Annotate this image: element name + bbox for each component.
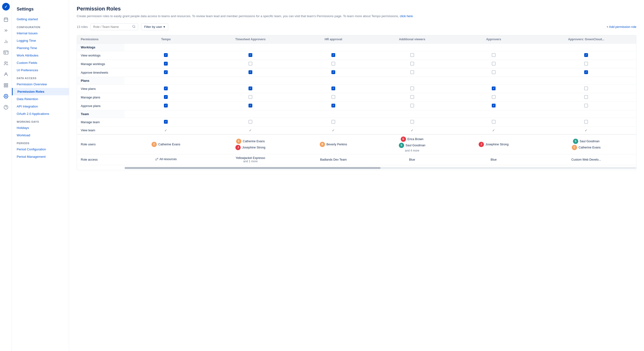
nav-calendar-icon[interactable] xyxy=(0,15,12,24)
cell-hr-approve-timesheets[interactable] xyxy=(294,68,373,77)
cell-hr-view-team[interactable]: ✓ xyxy=(294,126,373,134)
search-box[interactable] xyxy=(90,23,138,30)
cell-ap-manage-worklogs[interactable] xyxy=(451,60,536,68)
sidebar-item-custom-fields[interactable]: Custom Fields xyxy=(12,59,69,66)
perm-manage-plans: Manage plans xyxy=(77,93,124,102)
perm-approve-timesheets: Approve timesheets xyxy=(77,68,124,77)
more-users-link[interactable]: and 4 more xyxy=(405,149,419,152)
cell-tempo-view-worklogs[interactable] xyxy=(124,51,207,60)
cell-ta-manage-team[interactable] xyxy=(207,118,294,126)
perm-approve-plans: Approve plans xyxy=(77,102,124,110)
sidebar-item-permission-overview[interactable]: Permission Overview xyxy=(12,80,69,88)
cell-hr-manage-worklogs[interactable] xyxy=(294,60,373,68)
cell-ap-approve-plans[interactable] xyxy=(451,102,536,110)
avatar: C xyxy=(152,142,157,147)
cell-tempo-view-plans[interactable] xyxy=(124,84,207,93)
cell-ta-view-team[interactable]: ✓ xyxy=(207,126,294,134)
sidebar-item-workload[interactable]: Workload xyxy=(12,132,69,139)
cell-tempo-manage-plans[interactable] xyxy=(124,93,207,102)
cell-ap-manage-team[interactable] xyxy=(451,118,536,126)
svg-line-20 xyxy=(134,27,135,28)
sidebar-item-period-management[interactable]: Period Management xyxy=(12,153,69,160)
row-approve-plans: Approve plans xyxy=(77,102,636,110)
search-input[interactable] xyxy=(93,25,131,28)
horizontal-scrollbar[interactable] xyxy=(77,165,636,170)
sidebar-item-getting-started[interactable]: Getting started xyxy=(12,16,69,23)
nav-grid-icon[interactable] xyxy=(0,81,12,90)
cell-gc-view-worklogs[interactable] xyxy=(536,51,636,60)
cell-av-approve-timesheets[interactable] xyxy=(373,68,451,77)
cell-ap-view-plans[interactable] xyxy=(451,84,536,93)
more-access-link[interactable]: and 1 more xyxy=(211,160,290,163)
cell-ap-view-worklogs[interactable] xyxy=(451,51,536,60)
sidebar-item-api-integration[interactable]: API Integration xyxy=(12,103,69,110)
cell-gc-manage-plans[interactable] xyxy=(536,93,636,102)
cell-tempo-approve-timesheets[interactable] xyxy=(124,68,207,77)
cell-av-users: E Erica Brown S Saul Goodman and 4 more xyxy=(373,134,451,154)
cell-av-manage-team[interactable] xyxy=(373,118,451,126)
section-plans: Plans xyxy=(77,77,636,84)
cell-hr-manage-plans[interactable] xyxy=(294,93,373,102)
cell-av-approve-plans[interactable] xyxy=(373,102,451,110)
cell-av-view-worklogs[interactable] xyxy=(373,51,451,60)
user-name: Catherine Evans xyxy=(158,143,180,146)
click-here-link[interactable]: click here xyxy=(400,14,413,18)
nav-bar-chart-icon[interactable] xyxy=(0,48,12,57)
cell-ap-approve-timesheets[interactable] xyxy=(451,68,536,77)
nav-gear-icon[interactable] xyxy=(0,92,12,100)
cell-gc-manage-worklogs[interactable] xyxy=(536,60,636,68)
nav-person-icon[interactable] xyxy=(0,70,12,79)
cell-ta-manage-worklogs[interactable] xyxy=(207,60,294,68)
sidebar-item-oauth[interactable]: OAuth 2.0 Applications xyxy=(12,110,69,118)
cell-ap-manage-plans[interactable] xyxy=(451,93,536,102)
filter-by-user-button[interactable]: Filter by user ▾ xyxy=(141,23,168,30)
sidebar-item-planning-time[interactable]: Planning Time xyxy=(12,44,69,52)
nav-arrow-icon[interactable] xyxy=(0,26,12,35)
cell-gc-view-plans[interactable] xyxy=(536,84,636,93)
sidebar-item-period-config[interactable]: Period Configuration xyxy=(12,146,69,153)
cell-tempo-manage-worklogs[interactable] xyxy=(124,60,207,68)
cell-gc-view-team[interactable]: ✓ xyxy=(536,126,636,134)
cell-hr-view-worklogs[interactable] xyxy=(294,51,373,60)
cell-gc-approve-timesheets[interactable] xyxy=(536,68,636,77)
nav-help-icon[interactable] xyxy=(0,103,12,112)
settings-title: Settings xyxy=(12,4,69,16)
access-key-icon: All resources xyxy=(155,158,176,161)
app-logo[interactable]: ✓ xyxy=(2,3,10,10)
nav-chart-icon[interactable] xyxy=(0,37,12,46)
cell-hr-approve-plans[interactable] xyxy=(294,102,373,110)
sidebar-item-permission-roles[interactable]: Permission Roles xyxy=(12,88,69,95)
cell-av-view-plans[interactable] xyxy=(373,84,451,93)
user-name: Catherine Evans xyxy=(578,146,600,149)
avatar: S xyxy=(399,143,404,148)
cell-tempo-approve-plans[interactable] xyxy=(124,102,207,110)
cell-hr-manage-team[interactable] xyxy=(294,118,373,126)
user-item: C Catherine Evans xyxy=(236,139,265,144)
cell-av-manage-plans[interactable] xyxy=(373,93,451,102)
cell-ta-view-plans[interactable] xyxy=(207,84,294,93)
sidebar-item-ui-preferences[interactable]: UI Preferences xyxy=(12,66,69,74)
cell-ta-manage-plans[interactable] xyxy=(207,93,294,102)
nav-people-icon[interactable] xyxy=(0,59,12,68)
cell-ta-approve-plans[interactable] xyxy=(207,102,294,110)
cell-gc-manage-team[interactable] xyxy=(536,118,636,126)
team-section-label: Team xyxy=(77,110,124,118)
cell-gc-approve-plans[interactable] xyxy=(536,102,636,110)
cell-tempo-view-team[interactable]: ✓ xyxy=(124,126,207,134)
sidebar-item-work-attributes[interactable]: Work Attributes xyxy=(12,52,69,59)
sidebar-item-data-retention[interactable]: Data Retention xyxy=(12,95,69,103)
cell-ta-view-worklogs[interactable] xyxy=(207,51,294,60)
sidebar-item-logging-time[interactable]: Logging Time xyxy=(12,37,69,44)
cell-tempo-manage-team[interactable] xyxy=(124,118,207,126)
sidebar-item-holidays[interactable]: Holidays xyxy=(12,124,69,132)
cell-ap-view-team[interactable]: ✓ xyxy=(451,126,536,134)
cell-hr-view-plans[interactable] xyxy=(294,84,373,93)
col-header-approvers: Approvers xyxy=(451,35,536,44)
user-item: C Catherine Evans xyxy=(152,142,180,147)
cell-av-view-team[interactable]: ✓ xyxy=(373,126,451,134)
cell-av-manage-worklogs[interactable] xyxy=(373,60,451,68)
sidebar-item-internal-issues[interactable]: Internal Issues xyxy=(12,30,69,37)
add-permission-role-button[interactable]: + Add permission role xyxy=(606,25,636,28)
cell-ta-approve-timesheets[interactable] xyxy=(207,68,294,77)
col-header-approvers-greencloud: Approvers: GreenCloud... xyxy=(536,35,636,44)
